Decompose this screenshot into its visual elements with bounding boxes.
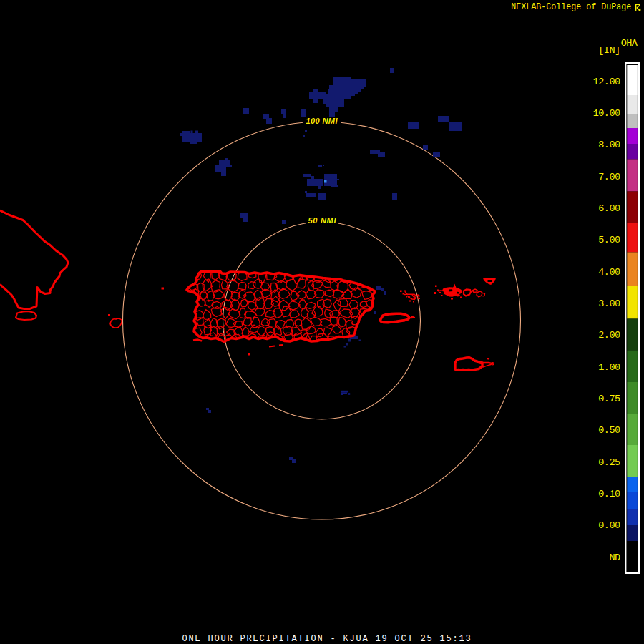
svg-text:1.00: 1.00 <box>598 362 620 373</box>
svg-text:0.25: 0.25 <box>598 457 620 468</box>
svg-text:10.00: 10.00 <box>593 108 620 119</box>
svg-text:6.00: 6.00 <box>598 203 620 214</box>
svg-text:8.00: 8.00 <box>598 140 620 150</box>
svg-text:12.00: 12.00 <box>593 77 620 87</box>
svg-text:ND: ND <box>609 552 620 563</box>
svg-text:0.00: 0.00 <box>598 520 620 531</box>
svg-text:100 NMI: 100 NMI <box>306 117 338 125</box>
svg-text:0.50: 0.50 <box>598 425 620 436</box>
svg-text:3.00: 3.00 <box>598 298 620 309</box>
svg-text:NEXLAB-College of DuPage: NEXLAB-College of DuPage <box>511 2 631 12</box>
svg-text:7.00: 7.00 <box>598 172 620 182</box>
svg-text:0.75: 0.75 <box>598 394 620 404</box>
svg-text:[IN]: [IN] <box>598 45 620 56</box>
svg-text:4.00: 4.00 <box>598 267 620 278</box>
svg-text:ONE HOUR PRECIPITATION - KJUA: ONE HOUR PRECIPITATION - KJUA 19 OCT 25 … <box>182 634 471 644</box>
svg-text:50 NMI: 50 NMI <box>308 216 337 225</box>
svg-text:0.10: 0.10 <box>598 489 620 499</box>
svg-text:2.00: 2.00 <box>598 330 620 341</box>
svg-text:5.00: 5.00 <box>598 235 620 245</box>
svg-text:OHA: OHA <box>621 38 638 49</box>
